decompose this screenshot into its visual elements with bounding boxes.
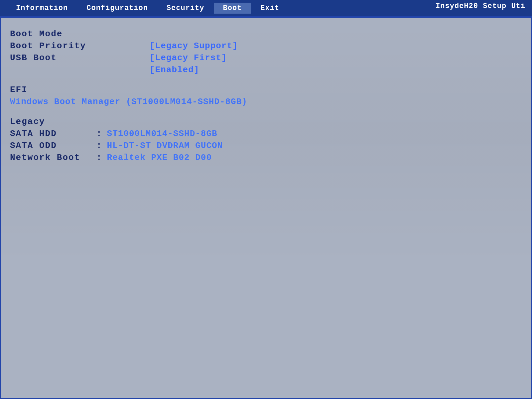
gap1 <box>10 77 522 85</box>
sata-odd-value: HL-DT-ST DVDRAM GUCON <box>107 141 223 151</box>
menu-item-exit[interactable]: Exit <box>251 3 289 14</box>
menu-bar: InsydeH20 Setup Uti Information Configur… <box>0 0 532 16</box>
sata-hdd-row[interactable]: SATA HDD : ST1000LM014-SSHD-8GB <box>10 129 522 139</box>
efi-entry: Windows Boot Manager (ST1000LM014-SSHD-8… <box>10 97 247 107</box>
efi-heading: EFI <box>10 85 28 95</box>
sata-odd-row[interactable]: SATA ODD : HL-DT-ST DVDRAM GUCON <box>10 141 522 151</box>
menu-item-information[interactable]: Information <box>7 3 77 14</box>
boot-priority-label: Boot Priority <box>10 41 150 51</box>
usb-boot-value: [Legacy First] <box>150 53 227 63</box>
efi-entry-row[interactable]: Windows Boot Manager (ST1000LM014-SSHD-8… <box>10 97 522 107</box>
boot-priority-value: [Legacy Support] <box>150 41 238 51</box>
bios-screen: InsydeH20 Setup Uti Information Configur… <box>0 0 532 399</box>
right-border <box>531 0 532 399</box>
boot-priority-row[interactable]: Boot Priority [Legacy Support] <box>10 41 522 51</box>
sata-odd-colon: : <box>96 141 102 151</box>
menu-item-boot[interactable]: Boot <box>214 3 251 14</box>
boot-mode-label: Boot Mode <box>10 29 150 39</box>
network-boot-value: Realtek PXE B02 D00 <box>107 153 212 163</box>
main-content: Boot Mode Boot Priority [Legacy Support]… <box>0 19 532 175</box>
network-boot-colon: : <box>96 153 102 163</box>
efi-heading-row: EFI <box>10 85 522 95</box>
legacy-heading-row: Legacy <box>10 117 522 127</box>
network-boot-label: Network Boot <box>10 153 96 163</box>
bottom-border <box>0 398 532 399</box>
sata-hdd-colon: : <box>96 129 102 139</box>
sata-hdd-label: SATA HDD <box>10 129 96 139</box>
top-border-line2 <box>0 18 532 18</box>
sata-hdd-value: ST1000LM014-SSHD-8GB <box>107 129 217 139</box>
enabled-value: [Enabled] <box>150 65 199 75</box>
enabled-row: [Enabled] <box>10 65 522 75</box>
bios-title: InsydeH20 Setup Uti <box>436 2 525 10</box>
legacy-heading: Legacy <box>10 117 45 127</box>
menu-items: Information Configuration Security Boot … <box>0 3 289 14</box>
boot-mode-row: Boot Mode <box>10 29 522 39</box>
menu-item-security[interactable]: Security <box>157 3 214 14</box>
usb-boot-label: USB Boot <box>10 53 150 63</box>
left-border <box>0 0 1 399</box>
menu-item-configuration[interactable]: Configuration <box>77 3 157 14</box>
network-boot-row[interactable]: Network Boot : Realtek PXE B02 D00 <box>10 153 522 163</box>
sata-odd-label: SATA ODD <box>10 141 96 151</box>
usb-boot-row[interactable]: USB Boot [Legacy First] <box>10 53 522 63</box>
gap2 <box>10 109 522 117</box>
